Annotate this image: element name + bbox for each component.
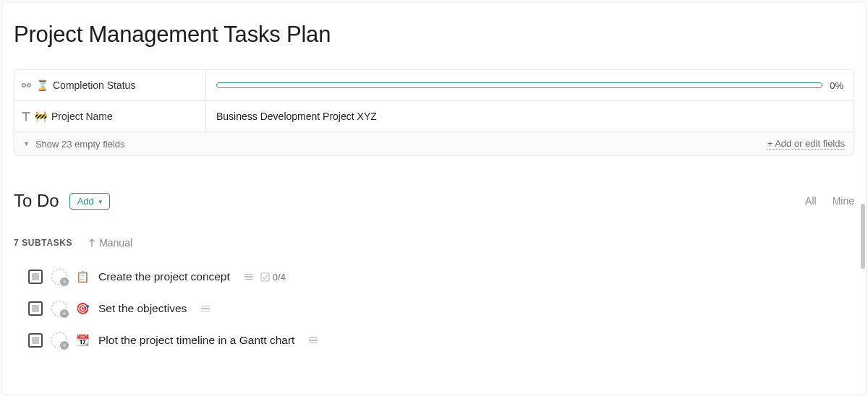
task-row[interactable]: + 📋 Create the project concept 0/4 [28, 269, 854, 285]
plus-icon: + [60, 277, 69, 286]
checklist-count[interactable]: 0/4 [260, 272, 286, 283]
task-meta: 0/4 [244, 272, 286, 283]
chevron-down-icon: ▼ [98, 199, 103, 205]
details-box: ⌛ Completion Status 0% [14, 69, 854, 156]
task-title[interactable]: Set the objectives [98, 302, 187, 315]
filter-all[interactable]: All [805, 195, 817, 207]
task-list: + 📋 Create the project concept 0/4 [14, 269, 854, 348]
plus-icon: + [60, 309, 69, 318]
construction-icon: 🚧 [35, 111, 47, 122]
svg-point-1 [27, 84, 30, 87]
progress-bar [216, 82, 822, 88]
arrow-up-icon [88, 238, 95, 247]
project-name-label-cell[interactable]: 🚧 Project Name [14, 101, 206, 132]
task-title[interactable]: Create the project concept [98, 270, 230, 283]
subtask-controls: 7 SUBTASKS Manual [14, 237, 854, 249]
task-meta [201, 306, 210, 312]
section-left: To Do Add ▼ [14, 191, 110, 211]
filter-links: All Mine [805, 195, 854, 207]
calendar-icon: 📆 [76, 334, 90, 347]
hourglass-icon: ⌛ [36, 79, 48, 91]
progress-percent: 0% [830, 80, 843, 91]
assign-placeholder[interactable]: + [51, 332, 67, 348]
filter-mine[interactable]: Mine [833, 195, 854, 207]
task-checkbox[interactable] [28, 270, 43, 284]
section-header: To Do Add ▼ All Mine [14, 191, 854, 211]
add-or-edit-fields[interactable]: + Add or edit fields [767, 138, 845, 150]
svg-point-0 [22, 84, 25, 87]
completion-value[interactable]: 0% [206, 70, 854, 100]
clipboard-icon: 📋 [76, 270, 90, 283]
task-row[interactable]: + 🎯 Set the objectives [28, 301, 854, 317]
target-icon: 🎯 [76, 302, 90, 315]
scrollbar-thumb[interactable] [861, 204, 865, 269]
text-icon [22, 111, 30, 121]
completion-label-cell[interactable]: ⌛ Completion Status [14, 70, 206, 100]
details-footer: ▼ Show 23 empty fields + Add or edit fie… [14, 132, 854, 155]
sort-label: Manual [99, 237, 132, 249]
progress-wrap: 0% [216, 80, 843, 91]
checklist-text: 0/4 [273, 272, 286, 283]
description-icon[interactable] [309, 337, 318, 344]
task-meta [309, 337, 318, 344]
completion-row: ⌛ Completion Status 0% [14, 70, 854, 101]
assign-placeholder[interactable]: + [51, 301, 67, 317]
project-name-row: 🚧 Project Name Business Development Proj… [14, 101, 854, 132]
chevron-down-icon: ▼ [23, 140, 30, 147]
sort-control[interactable]: Manual [88, 237, 132, 249]
show-empty-fields[interactable]: ▼ Show 23 empty fields [23, 139, 125, 150]
project-name-text: Business Development Project XYZ [216, 111, 377, 122]
show-empty-label: Show 23 empty fields [35, 139, 125, 150]
project-name-value[interactable]: Business Development Project XYZ [206, 101, 854, 132]
svg-rect-2 [261, 273, 269, 281]
project-name-label: Project Name [51, 111, 113, 122]
formula-icon [22, 82, 32, 89]
page-title: Project Management Tasks Plan [14, 22, 854, 48]
subtask-count: 7 SUBTASKS [14, 238, 72, 248]
description-icon[interactable] [201, 306, 210, 312]
plus-icon: + [60, 341, 69, 350]
task-checkbox[interactable] [28, 333, 43, 348]
task-title[interactable]: Plot the project timeline in a Gantt cha… [98, 334, 294, 347]
checklist-icon [260, 272, 270, 282]
task-row[interactable]: + 📆 Plot the project timeline in a Gantt… [28, 332, 854, 348]
description-icon[interactable] [244, 274, 253, 280]
todo-heading: To Do [14, 191, 59, 211]
task-checkbox[interactable] [28, 301, 43, 316]
completion-label: Completion Status [53, 79, 135, 91]
add-button[interactable]: Add ▼ [69, 193, 110, 210]
assign-placeholder[interactable]: + [51, 269, 67, 285]
add-button-label: Add [77, 196, 94, 207]
